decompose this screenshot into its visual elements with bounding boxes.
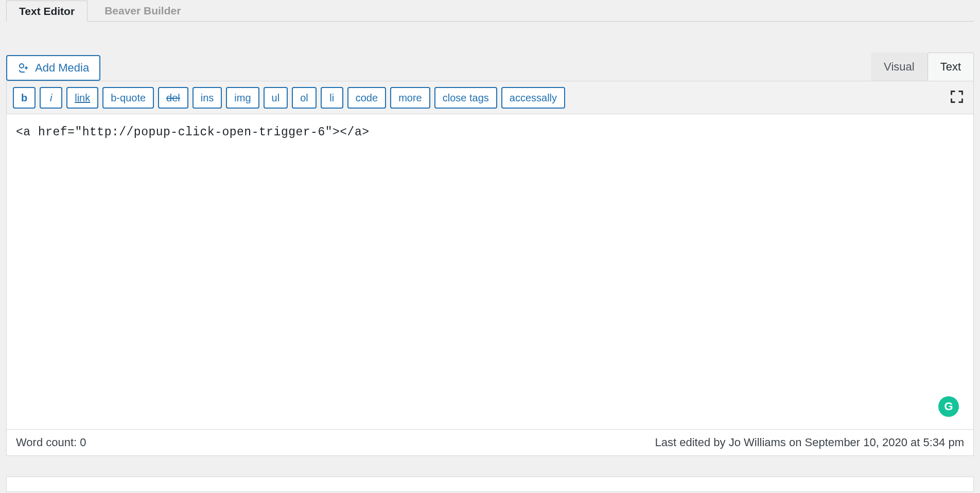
editor-top-bar: Add Media Visual Text	[6, 52, 974, 81]
svg-point-0	[20, 64, 24, 68]
content-textarea[interactable]	[7, 114, 973, 427]
toolbar-ul-button[interactable]: ul	[264, 87, 288, 109]
view-tabs: Visual Text	[871, 52, 974, 81]
status-bar: Word count: 0 Last edited by Jo Williams…	[6, 430, 974, 456]
toolbar-more-button[interactable]: more	[390, 87, 430, 109]
toolbar-bquote-button[interactable]: b-quote	[102, 87, 154, 109]
grammarly-icon: G	[944, 400, 953, 413]
grammarly-badge[interactable]: G	[938, 396, 959, 417]
toolbar-buttons: b i link b-quote del ins img ul ol li co…	[13, 87, 565, 109]
toolbar-bold-button[interactable]: b	[13, 87, 36, 109]
media-icon	[18, 62, 30, 74]
tab-visual[interactable]: Visual	[871, 52, 927, 81]
toolbar-link-button[interactable]: link	[66, 87, 98, 109]
toolbar-italic-button[interactable]: i	[40, 87, 62, 109]
toolbar-ins-button[interactable]: ins	[192, 87, 222, 109]
tab-beaver-builder[interactable]: Beaver Builder	[92, 0, 194, 21]
toolbar-li-button[interactable]: li	[321, 87, 343, 109]
add-media-label: Add Media	[35, 61, 89, 75]
toolbar-del-button[interactable]: del	[158, 87, 188, 109]
fullscreen-icon	[950, 90, 964, 105]
editor-wrapper: Add Media Visual Text b i link b-quote d…	[6, 52, 974, 456]
tab-text[interactable]: Text	[927, 52, 974, 81]
toolbar: b i link b-quote del ins img ul ol li co…	[6, 81, 974, 114]
toolbar-ol-button[interactable]: ol	[292, 87, 317, 109]
fullscreen-button[interactable]	[947, 86, 967, 109]
toolbar-close-tags-button[interactable]: close tags	[434, 87, 497, 109]
tab-text-editor[interactable]: Text Editor	[6, 1, 87, 22]
toolbar-code-button[interactable]: code	[347, 87, 386, 109]
add-media-button[interactable]: Add Media	[6, 55, 100, 81]
toolbar-accessally-button[interactable]: accessally	[501, 87, 565, 109]
last-edited: Last edited by Jo Williams on September …	[655, 436, 964, 449]
word-count: Word count: 0	[16, 436, 86, 449]
content-area: G	[6, 114, 974, 430]
toolbar-img-button[interactable]: img	[226, 87, 259, 109]
main-tabs: Text Editor Beaver Builder	[6, 0, 974, 22]
bottom-panel	[6, 477, 974, 492]
